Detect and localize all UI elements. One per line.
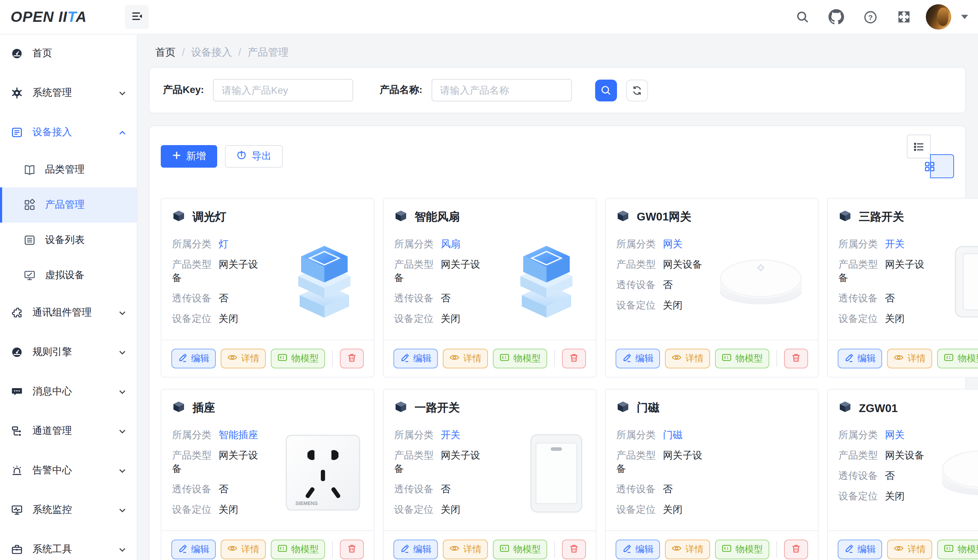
edit-button[interactable]: 编辑 [838,349,882,368]
breadcrumb-item-home[interactable]: 首页 [155,45,176,59]
sidebar-item-label: 系统管理 [32,87,72,99]
detail-button[interactable]: 详情 [665,349,710,368]
delete-button[interactable] [340,540,364,559]
thing-model-button[interactable]: 物模型 [937,540,978,559]
product-category-link[interactable]: 智能插座 [219,429,258,440]
thing-model-button[interactable]: 物模型 [715,349,769,368]
view-toggle [907,135,954,178]
thing-model-button[interactable]: 物模型 [271,349,325,368]
product-category-link[interactable]: 开关 [885,238,904,249]
detail-button[interactable]: 详情 [443,349,488,368]
product-card-actions: 编辑 详情 物模型 [828,530,978,560]
product-name-label: 产品名称: [380,84,422,97]
product-grid: 调光灯 所属分类灯 产品类型网关子设备 透传设备否 设备定位关闭 [161,198,954,560]
transparent-label: 透传设备 [394,292,434,303]
product-card-actions: 编辑 详情 物模型 [384,340,596,377]
sidebar-item-device[interactable]: 设备接入 [0,113,137,152]
product-card-body: ZGW01 所属分类网关 产品类型网关设备 透传设备否 设备定位关闭 [828,390,978,518]
product-key-input[interactable] [213,79,354,102]
thing-model-icon [499,543,510,556]
grid-view-button[interactable] [930,154,954,178]
sidebar-item-gear[interactable]: 系统管理 [0,73,137,113]
thing-model-button[interactable]: 物模型 [715,540,769,559]
edit-button[interactable]: 编辑 [171,540,216,559]
edit-button[interactable]: 编辑 [615,540,660,559]
delete-button[interactable] [784,540,808,559]
help-icon[interactable]: ? [858,5,882,29]
product-card-body: 门磁 所属分类门磁 产品类型网关子设备 透传设备否 设备定位关闭 [606,390,818,518]
export-button[interactable]: 导出 [225,145,283,168]
product-category-link[interactable]: 灯 [219,238,229,249]
product-category-link[interactable]: 风扇 [441,238,460,249]
edit-button[interactable]: 编辑 [393,349,438,368]
thing-model-icon [277,543,288,556]
main-content: 首页 / 设备接入 / 产品管理 产品Key: 产品名称: 新增 [137,34,978,560]
locate-label: 设备定位 [616,503,656,515]
sidebar-item-alarm[interactable]: 告警中心 [0,451,137,490]
sidebar-item-channel[interactable]: 通道管理 [0,412,137,451]
product-type-label: 产品类型 [394,449,434,461]
thing-model-button[interactable]: 物模型 [271,540,325,559]
thing-model-button[interactable]: 物模型 [493,349,547,368]
product-category-link[interactable]: 开关 [441,429,460,440]
eye-icon [227,543,237,556]
trash-icon [791,543,801,555]
filter-bar: 产品Key: 产品名称: [149,67,966,113]
sidebar-item-puzzle[interactable]: 通讯组件管理 [0,293,137,332]
transparent-value: 否 [441,292,451,303]
sidebar-item-book[interactable]: 品类管理 [0,152,137,187]
thing-model-button[interactable]: 物模型 [937,349,978,368]
detail-button[interactable]: 详情 [221,349,266,368]
trash-icon [791,353,801,365]
fullscreen-icon[interactable] [892,5,916,29]
list-view-button[interactable] [907,135,931,158]
sidebar-item-message[interactable]: 消息中心 [0,372,137,412]
thing-model-icon [943,543,954,556]
delete-button[interactable] [562,349,586,368]
virtual-icon [23,269,36,282]
breadcrumb-separator: / [182,47,185,58]
add-button[interactable]: 新增 [161,145,217,168]
category-label: 所属分类 [616,429,656,440]
detail-button[interactable]: 详情 [887,349,932,368]
search-button[interactable] [595,79,617,101]
detail-button[interactable]: 详情 [221,540,266,559]
sidebar-item-label: 系统监控 [32,503,72,516]
product-type-label: 产品类型 [616,258,656,270]
sidebar-item-toolbox[interactable]: 系统工具 [0,530,137,560]
transparent-value: 否 [663,483,673,495]
sidebar-item-grid[interactable]: 产品管理 [0,187,137,223]
chevron-down-icon [118,387,127,396]
edit-button[interactable]: 编辑 [838,540,882,559]
sidebar-item-virtual[interactable]: 虚拟设备 [0,258,137,293]
caret-down-icon[interactable] [961,15,968,19]
sidebar-item-monitor[interactable]: 系统监控 [0,490,137,530]
sidebar-item-gauge[interactable]: 规则引擎 [0,332,137,372]
product-category-link[interactable]: 网关 [663,238,682,249]
detail-button[interactable]: 详情 [887,540,932,559]
sidebar-item-dashboard[interactable]: 首页 [0,34,137,73]
delete-button[interactable] [340,349,364,368]
search-icon[interactable] [791,5,814,29]
github-icon[interactable] [824,5,848,29]
refresh-button[interactable] [626,79,648,101]
product-name-input[interactable] [431,79,572,102]
edit-button[interactable]: 编辑 [171,349,216,368]
delete-button[interactable] [784,349,808,368]
detail-button[interactable]: 详情 [443,540,488,559]
detail-button[interactable]: 详情 [665,540,710,559]
thing-model-icon [277,352,288,365]
product-category-link[interactable]: 门磁 [663,429,682,440]
product-category-link[interactable]: 网关 [885,429,904,440]
edit-button[interactable]: 编辑 [615,349,660,368]
brand-logo: OPEN IITA [0,8,116,25]
edit-button[interactable]: 编辑 [393,540,438,559]
collapse-sidebar-button[interactable] [125,5,149,29]
sidebar-item-list[interactable]: 设备列表 [0,223,137,258]
user-avatar[interactable] [926,4,951,30]
category-label: 所属分类 [394,238,434,249]
thing-model-button[interactable]: 物模型 [493,540,547,559]
delete-button[interactable] [562,540,586,559]
locate-label: 设备定位 [394,313,434,324]
product-card: 智能风扇 所属分类风扇 产品类型网关子设备 透传设备否 设备定位关闭 [383,198,597,378]
